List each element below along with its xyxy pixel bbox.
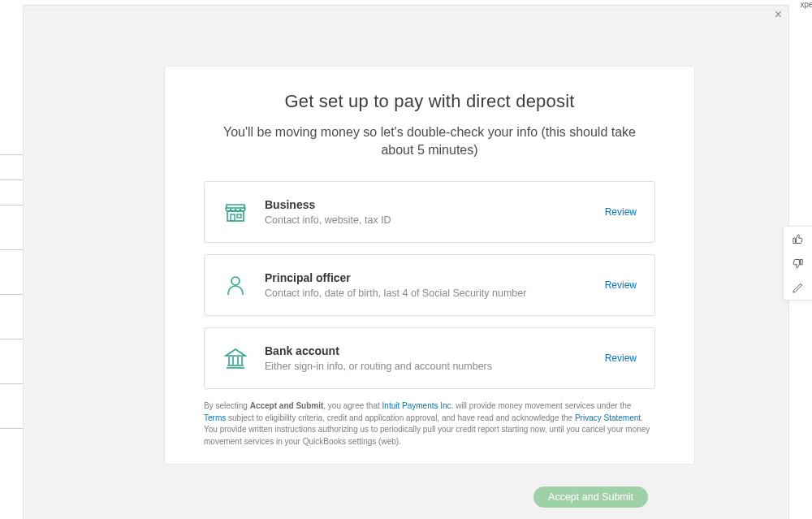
section-desc: Contact info, date of birth, last 4 of S… (265, 288, 589, 299)
bg-frag: ckling (0, 115, 24, 127)
bg-frag: all se (0, 364, 24, 375)
legal-frag: will provide money movement services und… (453, 401, 631, 410)
legal-frag: , you agree that (323, 401, 382, 410)
bg-frag: irect (0, 409, 24, 420)
bg-frag: for yo (0, 473, 24, 484)
bg-frag: your t (0, 428, 24, 445)
review-link-bank[interactable]: Review (605, 352, 637, 364)
section-desc: Contact info, website, tax ID (265, 214, 589, 226)
section-business[interactable]: Business Contact info, website, tax ID R… (204, 181, 655, 243)
page-subtitle: You'll be moving money so let's double-c… (204, 123, 655, 158)
section-title: Bank account (265, 344, 589, 357)
svg-rect-2 (237, 214, 241, 218)
svg-point-3 (231, 277, 240, 285)
review-link-officer[interactable]: Review (605, 279, 637, 291)
review-link-business[interactable]: Review (605, 206, 637, 218)
section-title: Business (265, 198, 589, 211)
thumbs-down-icon[interactable] (784, 251, 812, 275)
setup-card: Get set up to pay with direct deposit Yo… (164, 66, 695, 465)
thumbs-up-icon[interactable] (784, 227, 812, 251)
bg-frag: quick (0, 453, 24, 465)
bg-frag: ect y (0, 383, 24, 400)
modal-topbar (24, 6, 788, 11)
link-intuit-payments[interactable]: Intuit Payments Inc. (382, 401, 454, 410)
legal-text: By selecting Accept and Submit, you agre… (204, 400, 655, 448)
section-bank-account[interactable]: Bank account Either sign-in info, or rou… (204, 327, 655, 389)
link-terms[interactable]: Terms (204, 413, 226, 422)
section-title: Principal officer (265, 271, 589, 284)
feedback-toolbar (783, 226, 812, 301)
bg-frag: e read (0, 205, 24, 222)
section-principal-officer[interactable]: Principal officer Contact info, date of … (204, 254, 655, 316)
background-sidebar: our ch ckling ey, er team s e read e cus… (0, 0, 24, 519)
legal-bold: Accept and Submit (250, 401, 324, 410)
pencil-icon[interactable] (784, 275, 812, 300)
bg-heading: our (0, 73, 24, 89)
bg-frag: team (0, 154, 24, 171)
bg-right-frag: xper (801, 0, 812, 9)
legal-frag: subject to eligibility criteria, credit … (226, 413, 575, 422)
bg-heading2: ch (0, 92, 24, 108)
bank-icon (222, 345, 248, 371)
bg-frag: e cus (0, 230, 24, 241)
bg-frag: busin (0, 249, 24, 266)
bg-frag: e read (0, 294, 24, 311)
modal-overlay: × Get set up to pay with direct deposit … (23, 5, 789, 519)
link-privacy[interactable]: Privacy Statement (575, 413, 641, 422)
storefront-icon (222, 199, 248, 225)
legal-frag: By selecting (204, 401, 250, 410)
page-title: Get set up to pay with direct deposit (204, 91, 655, 112)
bg-frag: c the (0, 319, 24, 331)
section-desc: Either sign-in info, or routing and acco… (265, 361, 589, 372)
accept-and-submit-button[interactable]: Accept and Submit (533, 487, 648, 508)
person-icon (222, 272, 248, 298)
svg-rect-1 (231, 214, 235, 221)
bg-frag: ey, er (0, 135, 24, 146)
bg-frag: tax in (0, 339, 24, 356)
section-list: Business Contact info, website, tax ID R… (204, 181, 655, 389)
bg-frag: ave e (0, 275, 24, 286)
close-icon[interactable]: × (775, 7, 782, 22)
bg-frag: s (0, 179, 24, 197)
bg-frag: afterna (0, 492, 24, 504)
